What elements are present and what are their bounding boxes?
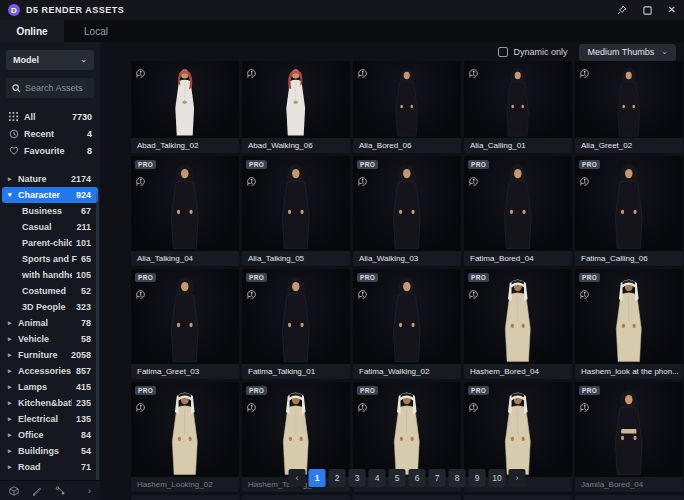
asset-type-dropdown[interactable]: Model ⌄ [6,50,94,70]
asset-card[interactable]: PROAlia_Talking_04 [131,156,239,266]
tab-online[interactable]: Online [0,20,64,42]
dynamic-only-checkbox[interactable] [498,47,508,57]
asset-card[interactable] [353,495,461,500]
page-button-3[interactable]: 3 [349,469,366,487]
asset-card[interactable]: PROAlia_Talking_05 [242,156,350,266]
category-label: with handheld d... [22,270,72,280]
pin-icon[interactable] [617,5,627,15]
sidebar-item-road[interactable]: ▸Road71 [2,459,98,475]
page-button-7[interactable]: 7 [429,469,446,487]
chevron-right-icon: ▸ [8,335,18,343]
sidebar-footer: › [0,480,100,500]
page-button-4[interactable]: 4 [369,469,386,487]
sidebar-item-office[interactable]: ▸Office84 [2,427,98,443]
asset-card[interactable]: PROFatima_Walking_02 [353,269,461,379]
category-label: Electrical [18,414,58,424]
sidebar-item-with-handheld-d[interactable]: with handheld d...105 [2,267,98,283]
character-figure [269,162,323,251]
search-input[interactable] [25,83,88,93]
category-label: Parent-child [22,238,72,248]
animated-asset-icon [357,173,368,184]
pro-badge: PRO [357,386,378,395]
character-figure [602,275,656,364]
page-button-2[interactable]: 2 [329,469,346,487]
asset-card[interactable]: PROHashem_look at the phon... [575,269,683,379]
quick-filter-all[interactable]: All7730 [0,108,100,125]
asset-card[interactable]: PROFatima_Bored_04 [464,156,572,266]
dynamic-only-toggle[interactable]: Dynamic only [498,47,567,57]
pagination: ‹12345678910› [289,469,526,487]
page-button-1[interactable]: 1 [309,469,326,487]
pro-badge: PRO [468,273,489,282]
sidebar-item-costumed[interactable]: Costumed52 [2,283,98,299]
thumb-size-dropdown[interactable]: Medium Thumbs ⌄ [579,44,676,61]
sidebar-item-parent-child[interactable]: Parent-child101 [2,235,98,251]
sidebar-item-kitchen-bathro[interactable]: ▸Kitchen&bathro...235 [2,395,98,411]
category-label: Costumed [22,286,66,296]
maximize-icon[interactable] [643,6,652,15]
page-button-8[interactable]: 8 [449,469,466,487]
asset-card[interactable]: Abad_Walking_06 [242,61,350,153]
sidebar-item-lamps[interactable]: ▸Lamps415 [2,379,98,395]
animated-asset-icon [135,173,146,184]
quick-filter-recent[interactable]: Recent4 [0,125,100,142]
sidebar-item-sports-and-fitn[interactable]: Sports and Fitn...65 [2,251,98,267]
pro-badge: PRO [135,273,156,282]
asset-card[interactable]: Alia_Greet_02 [575,61,683,153]
sidebar-item-animal[interactable]: ▸Animal78 [2,315,98,331]
animated-asset-icon [246,173,257,184]
sidebar-item-character[interactable]: ▾Character924 [2,187,98,203]
asset-card[interactable] [242,495,350,500]
category-count: 235 [72,398,91,408]
page-button-9[interactable]: 9 [469,469,486,487]
sidebar-item-casual[interactable]: Casual211 [2,219,98,235]
sidebar-scrollbar[interactable] [96,192,99,482]
asset-card[interactable]: Abad_Talking_02 [131,61,239,153]
sidebar-item-business[interactable]: Business67 [2,203,98,219]
sidebar-item-buildings[interactable]: ▸Buildings54 [2,443,98,459]
wrench-icon[interactable] [55,486,65,496]
sidebar-item-accessories[interactable]: ▸Accessories857 [2,363,98,379]
page-button-6[interactable]: 6 [409,469,426,487]
asset-card[interactable] [464,495,572,500]
tab-local[interactable]: Local [64,20,128,42]
asset-card[interactable]: PROFatima_Greet_03 [131,269,239,379]
page-button-10[interactable]: 10 [489,469,506,487]
sidebar-item-electrical[interactable]: ▸Electrical135 [2,411,98,427]
sidebar-item-furniture[interactable]: ▸Furniture2058 [2,347,98,363]
pro-badge: PRO [468,160,489,169]
page-button-5[interactable]: 5 [389,469,406,487]
category-count: 2174 [67,174,91,184]
character-figure [158,388,212,477]
quick-filter-label: Recent [24,129,54,139]
character-figure [158,162,212,251]
asset-card[interactable]: Alia_Calling_01 [464,61,572,153]
asset-thumbnail [242,495,350,500]
asset-card[interactable]: PROFatima_Calling_06 [575,156,683,266]
asset-card[interactable] [131,495,239,500]
search-box[interactable] [6,78,94,98]
sidebar-item-3d-people[interactable]: 3D People323 [2,299,98,315]
next-page-button[interactable]: › [509,469,526,487]
asset-card[interactable]: PROFatima_Talking_01 [242,269,350,379]
chevron-right-icon: ▸ [8,431,18,439]
sidebar-item-nature[interactable]: ▸Nature2174 [2,171,98,187]
brush-icon[interactable] [32,486,42,496]
close-icon[interactable]: ✕ [668,5,676,15]
prev-page-button[interactable]: ‹ [289,469,306,487]
asset-card[interactable]: PROAlia_Walking_03 [353,156,461,266]
chevron-right-icon: ▸ [8,399,18,407]
asset-card[interactable]: Alia_Bored_06 [353,61,461,153]
asset-card[interactable]: PROHashem_Bored_04 [464,269,572,379]
pro-badge: PRO [468,386,489,395]
quick-filter-favourite[interactable]: Favourite8 [0,142,100,159]
sidebar-item-vehicle[interactable]: ▸Vehicle58 [2,331,98,347]
asset-card[interactable]: PROHashem_Looking_02 [131,382,239,492]
package-icon[interactable] [9,486,19,496]
asset-name: Jamila_Bored_04 [575,477,683,492]
animated-asset-icon [579,65,590,76]
collapse-sidebar-icon[interactable]: › [88,486,91,496]
search-icon [12,79,21,97]
asset-card[interactable] [575,495,683,500]
asset-card[interactable]: PROJamila_Bored_04 [575,382,683,492]
